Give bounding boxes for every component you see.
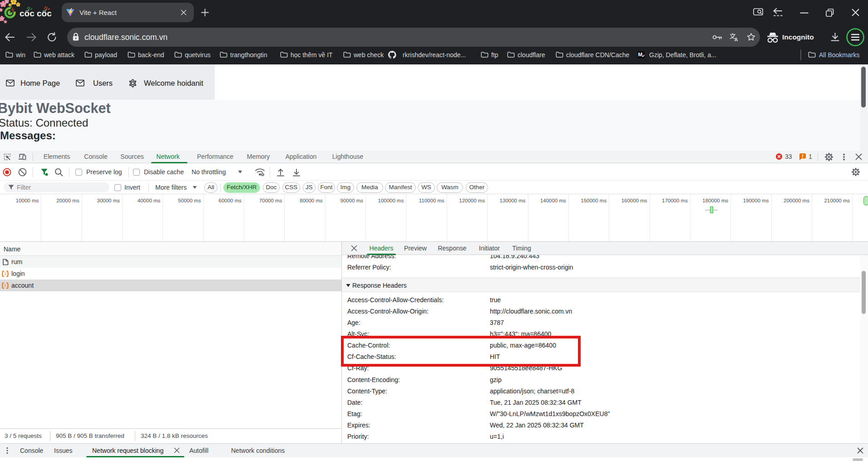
svg-text:A: A: [735, 37, 738, 42]
